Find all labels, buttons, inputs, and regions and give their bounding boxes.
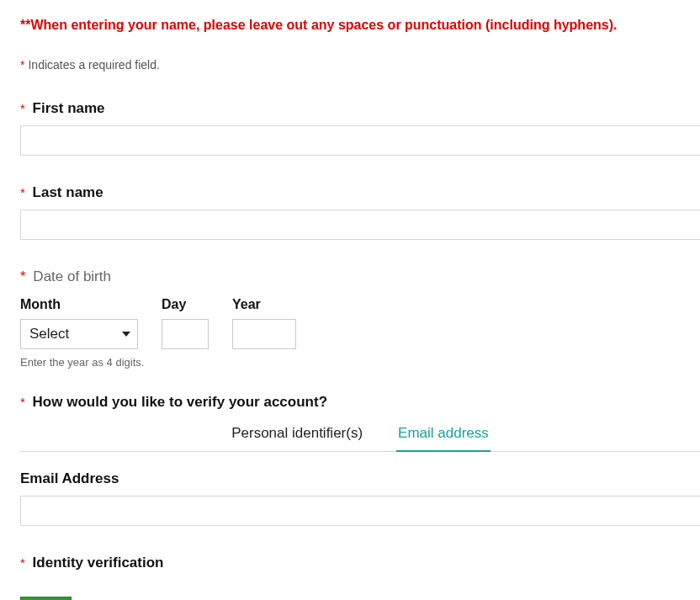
dob-year-label: Year [232, 297, 296, 312]
asterisk-icon: * [20, 268, 26, 284]
verify-question-label: * How would you like to verify your acco… [20, 394, 700, 411]
chevron-down-icon [122, 332, 130, 337]
asterisk-icon: * [20, 555, 25, 570]
asterisk-icon: * [20, 395, 25, 409]
tab-personal-identifiers[interactable]: Personal identifier(s) [230, 420, 364, 452]
dob-month-select[interactable]: Select [20, 319, 138, 349]
required-field-note: *Indicates a required field. [20, 58, 700, 72]
email-address-input[interactable] [20, 496, 700, 526]
next-button[interactable]: Next [20, 597, 72, 600]
asterisk-icon: * [20, 101, 25, 115]
dob-month-selected: Select [29, 326, 69, 342]
asterisk-icon: * [20, 58, 24, 72]
dob-month-label: Month [20, 297, 138, 312]
last-name-label: * Last name [20, 184, 700, 201]
dob-year-input[interactable] [232, 319, 296, 349]
identity-verification-label: * Identity verification [20, 555, 700, 571]
dob-day-input[interactable] [162, 319, 209, 349]
first-name-input[interactable] [20, 125, 700, 156]
email-address-label: Email Address [20, 470, 700, 487]
name-entry-warning: **When entering your name, please leave … [20, 17, 700, 35]
first-name-label: * First name [20, 100, 700, 117]
dob-year-hint: Enter the year as 4 digits. [20, 356, 700, 369]
dob-day-label: Day [162, 297, 209, 312]
tab-email-address[interactable]: Email address [396, 420, 491, 452]
dob-label: * Date of birth [20, 268, 700, 285]
last-name-input[interactable] [20, 210, 700, 240]
asterisk-icon: * [20, 185, 25, 199]
verify-tabs: Personal identifier(s) Email address [20, 419, 700, 452]
